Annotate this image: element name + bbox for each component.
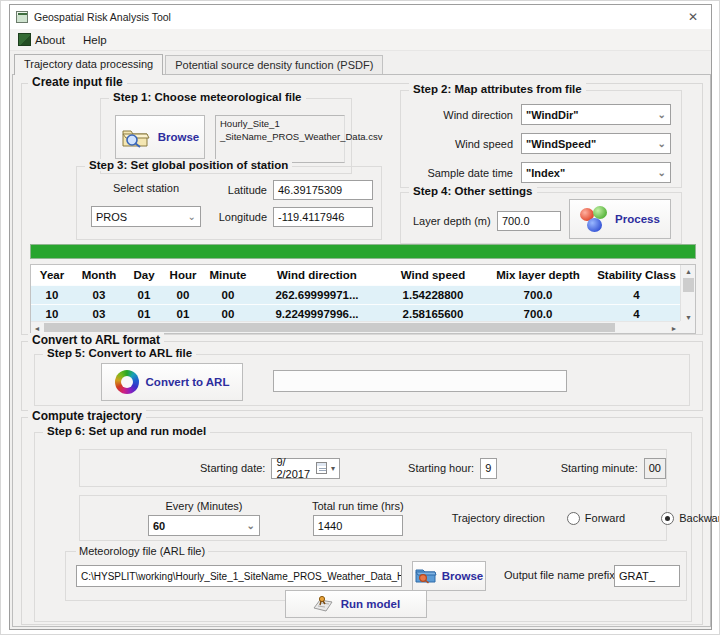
output-prefix-label: Output file name prefix [504,569,615,581]
select-station-label: Select station [91,182,201,194]
run-model-label: Run model [341,598,400,610]
create-input-file-title: Create input file [28,75,127,89]
step1-title: Step 1: Choose meteorological file [109,91,306,103]
browse-met-file-button[interactable]: Browse [115,115,205,159]
every-minutes-select[interactable]: 60 ⌄ [148,515,260,536]
start-time-row: Starting date: 9/ 2/2017 ▾ Starting hour… [79,449,667,487]
color-ring-icon [115,370,139,394]
output-prefix-field[interactable]: GRAT_ [614,565,680,587]
column-header: Wind speed [381,269,485,281]
convert-progress-bar [273,370,567,392]
table-horizontal-scrollbar[interactable]: ◄ ► [31,321,680,333]
layer-depth-field[interactable]: 700.0 [497,211,561,231]
column-header: Year [31,269,73,281]
sample-date-time-label: Sample date time [401,167,513,179]
column-header: Mix layer depth [485,269,591,281]
table-vertical-scrollbar[interactable]: ▲ ▼ [680,265,695,323]
forward-radio[interactable]: Forward [567,512,625,525]
step2-group: Step 2: Map attributes from file Wind di… [400,90,682,188]
table-cell: 9.2249997996... [253,308,381,320]
station-select[interactable]: PROS ⌄ [91,206,201,227]
met-file-name-line2: _SiteName_PROS_Weather_Data.csv [220,131,340,144]
browse-arl-label: Browse [442,570,484,582]
step4-group: Step 4: Other settings Layer depth (m) 7… [400,192,682,244]
tab-trajectory-data-processing[interactable]: Trajectory data processing [14,54,163,75]
column-header: Hour [163,269,203,281]
backward-radio-circle[interactable] [661,512,674,525]
wind-direction-select[interactable]: "WindDir" ⌄ [521,104,671,125]
table-cell: 03 [73,289,125,301]
backward-radio[interactable]: Backward [661,512,720,525]
window-title: Geospatial Risk Analysis Tool [34,11,171,23]
starting-date-label: Starting date: [200,462,265,474]
met-arl-file-label: Meteorology file (ARL file) [76,545,208,557]
starting-date-value: 9/ 2/2017 [276,456,312,480]
table-cell: 00 [203,308,253,320]
starting-hour-field[interactable]: 9 [480,458,497,479]
met-arl-file-field[interactable]: C:\HYSPLIT\working\Hourly_Site_1_SiteNam… [76,565,402,587]
tab-psdf[interactable]: Potential source density function (PSDF) [165,55,383,74]
step3-title: Step 3: Set global position of station [85,159,292,171]
trajectory-direction-label: Trajectory direction [452,512,545,524]
menu-about[interactable]: About [18,33,65,46]
met-file-name-box: Hourly_Site_1 _SiteName_PROS_Weather_Dat… [215,115,345,163]
run-settings-row: Every (Minutes) 60 ⌄ Total run time (hrs… [79,495,667,541]
total-run-time-field[interactable]: 1440 [313,515,403,536]
screenshot-root: Geospatial Risk Analysis Tool ✕ About He… [0,0,720,635]
table-cell: 10 [31,308,73,320]
starting-minute-label: Starting minute: [561,462,638,474]
table-cell: 700.0 [485,289,591,301]
table-header-row: Year Month Day Hour Minute Wind directio… [31,265,695,285]
starting-hour-label: Starting hour: [408,462,474,474]
step2-title: Step 2: Map attributes from file [409,83,586,95]
table-cell: 01 [125,289,163,301]
table-cell: 10 [31,289,73,301]
forward-radio-circle[interactable] [567,512,580,525]
scroll-right-icon[interactable]: ► [668,322,680,334]
latitude-label: Latitude [205,184,267,196]
app-icon [16,11,28,23]
step6-title: Step 6: Set up and run model [43,425,210,437]
calendar-icon[interactable] [316,462,327,474]
met-file-name-line1: Hourly_Site_1 [220,118,340,131]
starting-minute-field[interactable]: 00 [644,458,666,479]
table-cell: 01 [163,308,203,320]
menu-help-label: Help [83,34,107,46]
date-dropdown-icon[interactable]: ▾ [331,464,335,473]
convert-to-arl-button[interactable]: Convert to ARL [101,363,243,401]
total-run-time-label: Total run time (hrs) [312,500,404,512]
backward-label: Backward [679,512,720,524]
menu-about-label: About [35,34,65,46]
table-row[interactable]: 10 03 01 00 00 262.69999971... 1.5422880… [31,285,695,304]
process-spheres-icon [580,206,608,232]
browse-arl-button[interactable]: Browse [412,561,486,591]
sample-date-time-select[interactable]: "Index" ⌄ [521,162,671,183]
horizontal-scroll-thumb[interactable] [44,323,615,332]
close-icon[interactable]: ✕ [675,5,711,29]
column-header: Wind direction [253,269,381,281]
column-header: Stability Class [591,269,682,281]
every-minutes-value: 60 [153,520,165,532]
run-model-button[interactable]: Run model [285,590,427,618]
vertical-scroll-thumb[interactable] [683,278,694,292]
compute-trajectory-title: Compute trajectory [28,409,146,423]
step4-title: Step 4: Other settings [409,185,537,197]
forward-label: Forward [585,512,625,524]
menu-help[interactable]: Help [83,34,107,46]
station-value: PROS [96,211,127,223]
chevron-down-icon: ⌄ [658,139,666,149]
latitude-field[interactable]: 46.39175309 [273,180,373,200]
process-button[interactable]: Process [569,199,671,239]
scroll-up-icon[interactable]: ▲ [681,265,696,277]
longitude-field[interactable]: -119.4117946 [273,207,373,227]
wind-speed-value: "WindSpeed" [526,138,596,150]
layer-depth-label: Layer depth (m) [413,215,491,227]
create-input-file-group: Create input file Step 1: Choose meteoro… [21,83,703,335]
title-bar: Geospatial Risk Analysis Tool ✕ [10,5,711,29]
table-cell: 1.54228800 [381,289,485,301]
wind-speed-select[interactable]: "WindSpeed" ⌄ [521,133,671,154]
step3-group: Step 3: Set global position of station S… [76,166,382,240]
blue-folder-search-icon [415,566,437,586]
browse-met-file-label: Browse [158,131,200,143]
starting-date-picker[interactable]: 9/ 2/2017 ▾ [271,458,340,479]
